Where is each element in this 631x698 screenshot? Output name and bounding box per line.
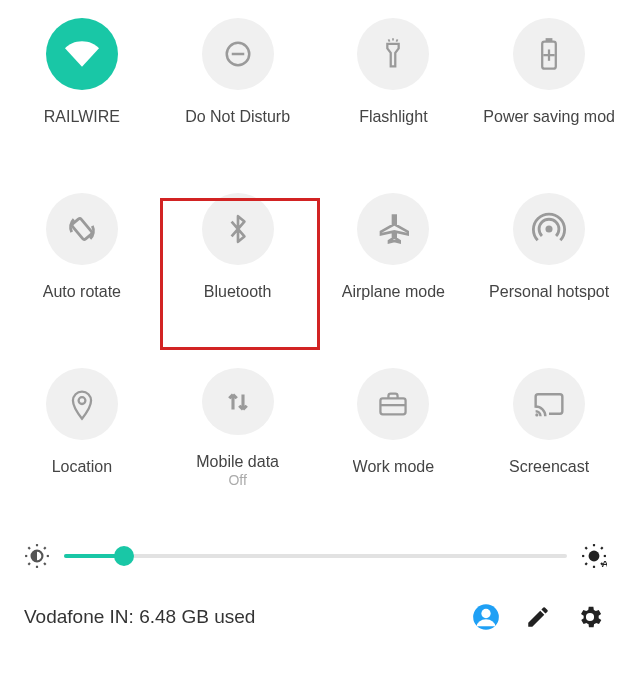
tile-dnd[interactable]: Do Not Disturb — [160, 18, 316, 138]
tile-sublabel: Off — [228, 472, 246, 488]
svg-line-22 — [28, 563, 30, 565]
tile-label: Airplane mode — [342, 283, 445, 301]
brightness-low-icon — [24, 543, 50, 569]
tiles-grid: RAILWIRE Do Not Disturb Flashlight Power… — [4, 8, 627, 528]
tile-label: Power saving mod — [483, 108, 615, 126]
svg-line-2 — [389, 39, 390, 41]
svg-line-23 — [44, 547, 46, 549]
tile-powersave[interactable]: Power saving mod — [471, 18, 627, 138]
tile-mobiledata[interactable]: Mobile data Off — [160, 368, 316, 488]
tile-label: Screencast — [509, 458, 589, 476]
svg-point-14 — [535, 413, 538, 416]
bluetooth-icon — [202, 193, 274, 265]
airplane-icon — [357, 193, 429, 265]
tile-label: Bluetooth — [204, 283, 272, 301]
tile-label: Location — [52, 458, 113, 476]
tile-label: Work mode — [353, 458, 435, 476]
svg-point-11 — [78, 397, 85, 404]
svg-line-21 — [44, 563, 46, 565]
tile-screencast[interactable]: Screencast — [471, 368, 627, 488]
tile-label: RAILWIRE — [44, 108, 120, 126]
location-icon — [46, 368, 118, 440]
tile-label: Mobile data — [196, 453, 279, 470]
svg-text:A: A — [602, 558, 607, 569]
svg-line-4 — [397, 39, 398, 41]
tile-location[interactable]: Location — [4, 368, 160, 488]
wifi-icon — [46, 18, 118, 90]
tile-label: Do Not Disturb — [185, 108, 290, 126]
carrier-status: Vodafone IN: 6.48 GB used — [24, 606, 451, 628]
svg-rect-9 — [71, 218, 92, 240]
edit-button[interactable] — [521, 600, 555, 634]
user-button[interactable] — [469, 600, 503, 634]
rotate-icon — [46, 193, 118, 265]
footer-row: Vodafone IN: 6.48 GB used — [4, 584, 627, 634]
tile-label: Auto rotate — [43, 283, 121, 301]
tile-wifi[interactable]: RAILWIRE — [4, 18, 160, 138]
svg-rect-6 — [546, 38, 553, 41]
svg-line-29 — [585, 547, 587, 549]
settings-button[interactable] — [573, 600, 607, 634]
svg-point-35 — [481, 609, 490, 618]
briefcase-icon — [357, 368, 429, 440]
tile-bluetooth[interactable]: Bluetooth — [160, 193, 316, 313]
hotspot-icon — [513, 193, 585, 265]
battery-plus-icon — [513, 18, 585, 90]
tile-airplane[interactable]: Airplane mode — [316, 193, 472, 313]
brightness-slider[interactable] — [64, 554, 567, 558]
flashlight-icon — [357, 18, 429, 90]
svg-line-32 — [601, 547, 603, 549]
svg-line-20 — [28, 547, 30, 549]
brightness-row: A — [4, 528, 627, 584]
tile-hotspot[interactable]: Personal hotspot — [471, 193, 627, 313]
tile-label: Personal hotspot — [489, 283, 609, 301]
svg-line-31 — [585, 563, 587, 565]
brightness-auto-icon[interactable]: A — [581, 543, 607, 569]
tile-flashlight[interactable]: Flashlight — [316, 18, 472, 138]
data-icon — [202, 368, 274, 435]
quick-settings-panel: RAILWIRE Do Not Disturb Flashlight Power… — [0, 0, 631, 634]
tile-label: Flashlight — [359, 108, 427, 126]
cast-icon — [513, 368, 585, 440]
dnd-icon — [202, 18, 274, 90]
svg-point-24 — [589, 551, 600, 562]
tile-autorotate[interactable]: Auto rotate — [4, 193, 160, 313]
svg-point-10 — [546, 225, 553, 232]
tile-workmode[interactable]: Work mode — [316, 368, 472, 488]
slider-thumb[interactable] — [114, 546, 134, 566]
